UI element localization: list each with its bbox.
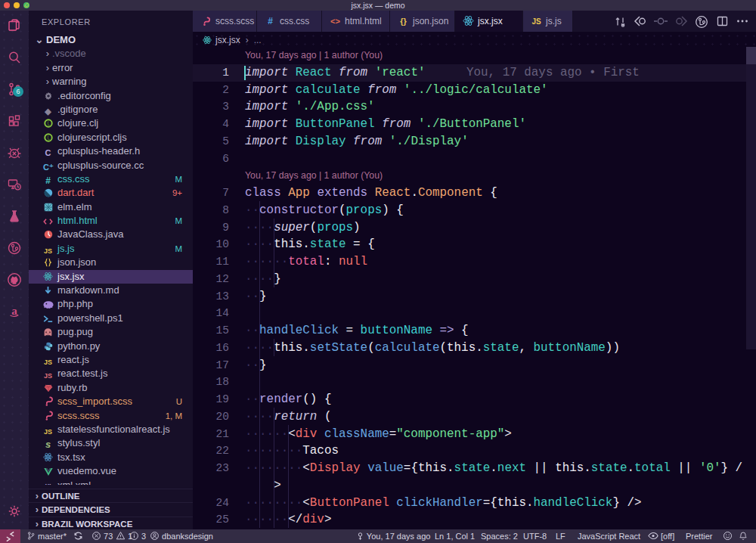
- svg-text:a: a: [11, 305, 17, 317]
